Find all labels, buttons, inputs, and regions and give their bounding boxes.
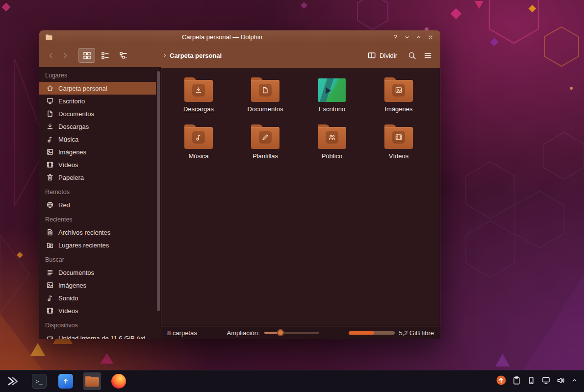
tree-view-button[interactable] [115,48,131,63]
file-item-descargas[interactable]: Descargas [165,76,232,123]
music-note-icon [46,135,54,143]
app-launcher-button[interactable] [4,372,22,390]
item-count-label: 8 carpetas [167,329,197,337]
dolphin-task-button[interactable] [83,372,101,390]
display-tray-button[interactable] [541,376,551,387]
network-globe-icon [46,201,54,209]
clipboard-tray-button[interactable] [512,376,521,387]
breadcrumb-root-label[interactable]: Carpeta personal [170,52,222,59]
music-emblem-icon [195,133,203,141]
sidebar-item-videos[interactable]: Vídeos [39,158,156,171]
icons-view-button[interactable] [78,48,95,63]
folder-document-icon [251,77,279,102]
recent-folder-icon [46,241,54,249]
sidebar-item-documentos[interactable]: Documentos [39,107,156,120]
file-item-publico[interactable]: Público [299,123,365,171]
zoom-label: Ampliación: [227,329,259,337]
details-view-button[interactable] [97,48,113,63]
close-button[interactable] [425,32,436,43]
file-item-documentos[interactable]: Documentos [232,76,299,123]
sidebar-item-buscar-imagenes[interactable]: Imágenes [39,279,156,292]
document-lines-icon [46,269,54,276]
phone-tray-button[interactable] [527,376,536,387]
sidebar-item-musica[interactable]: Música [39,133,156,146]
hard-disk-icon [46,334,54,339]
maximize-button[interactable] [413,32,425,43]
folder-view[interactable]: Descargas Documentos Escritorio [161,67,440,326]
sidebar-item-buscar-documentos[interactable]: Documentos [39,266,156,279]
view-mode-group [78,48,131,63]
image-icon [46,281,54,289]
section-header-remotos: Remotos [39,186,156,198]
file-item-videos[interactable]: Vídeos [365,123,432,171]
hamburger-icon [423,51,432,60]
sidebar-item-unidad-interna[interactable]: Unidad interna de 11,6 GiB (vd… [39,332,156,339]
updates-available-icon [496,375,507,386]
file-item-plantillas[interactable]: Plantillas [232,123,299,171]
file-item-imagenes[interactable]: Imágenes [365,76,432,123]
minimize-button[interactable] [401,32,413,43]
desktop-wallpaper: Carpeta personal — Dolphin ? Carpeta per… [0,0,584,392]
volume-tray-button[interactable] [556,376,565,387]
sidebar-item-carpeta-personal[interactable]: Carpeta personal [39,82,156,95]
search-button[interactable] [404,48,420,63]
sidebar-item-descargas[interactable]: Descargas [39,120,156,133]
film-icon [46,161,54,169]
sidebar-item-escritorio[interactable]: Escritorio [39,95,156,107]
firefox-button[interactable] [110,372,127,390]
file-item-escritorio[interactable]: Escritorio [299,76,365,123]
zoom-slider-handle[interactable] [277,329,284,336]
volume-icon [556,376,565,385]
titlebar[interactable]: Carpeta personal — Dolphin ? [39,30,440,44]
section-header-lugares: Lugares [39,69,156,82]
breadcrumb[interactable]: Carpeta personal [162,52,222,59]
trash-icon [46,173,54,181]
clipboard-icon [512,376,521,385]
split-view-button[interactable]: Dividir [367,51,397,60]
folder-image-icon [384,77,413,102]
places-panel: Lugares Carpeta personal Escritorio Docu… [39,67,156,339]
free-space-label: 5,2 GiB libre [399,329,434,337]
sidebar-item-buscar-videos[interactable]: Vídeos [39,304,156,317]
document-icon [46,110,54,118]
folder-video-icon [384,124,413,149]
dolphin-icon [85,376,99,387]
forward-button[interactable] [58,49,72,62]
software-app-icon [58,374,73,389]
system-tray [496,375,580,388]
sidebar-item-lugares-recientes[interactable]: Lugares recientes [39,239,156,251]
sidebar-scrollbar[interactable] [156,67,161,339]
scrollbar-thumb[interactable] [157,71,160,311]
document-emblem-icon [261,86,269,94]
app-launcher-icon [6,375,19,388]
help-button[interactable]: ? [389,32,401,43]
monitor-icon [46,97,54,105]
sidebar-item-imagenes[interactable]: Imágenes [39,146,156,158]
software-app-button[interactable] [57,372,75,390]
back-button[interactable] [44,49,58,62]
sidebar-item-red[interactable]: Red [39,198,156,211]
zoom-slider[interactable] [264,329,319,336]
icons-view-icon [82,51,92,60]
image-emblem-icon [395,86,403,94]
taskbar: >_ [0,370,584,392]
hamburger-menu-button[interactable] [420,48,435,63]
disk-usage-fill [349,331,374,335]
file-item-musica[interactable]: Música [165,123,232,171]
section-header-dispositivos: Dispositivos [39,319,156,332]
close-icon [427,34,434,41]
sidebar-item-papelera[interactable]: Papelera [39,171,156,184]
sidebar-item-buscar-sonido[interactable]: Sonido [39,292,156,304]
window-title: Carpeta personal — Dolphin [55,33,389,41]
expand-tray-button[interactable] [571,377,578,386]
dolphin-window: Carpeta personal — Dolphin ? Carpeta per… [39,30,440,339]
section-header-recientes: Recientes [39,213,156,226]
chevron-down-icon [404,34,410,41]
film-emblem-icon [395,133,403,141]
sidebar-item-archivos-recientes[interactable]: Archivos recientes [39,226,156,239]
split-view-icon [367,51,376,60]
desktop-colored-tile-icon [318,77,346,102]
terminal-app-button[interactable]: >_ [30,372,48,390]
updates-available-button[interactable] [496,375,507,388]
search-icon [407,51,417,60]
